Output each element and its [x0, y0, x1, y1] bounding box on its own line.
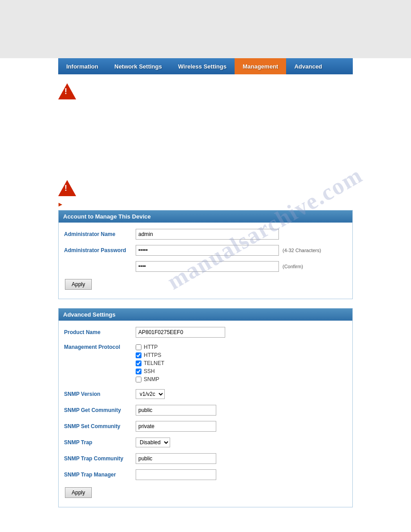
http-checkbox-row: HTTP — [136, 344, 164, 350]
http-label: HTTP — [144, 344, 158, 350]
navigation-bar: Information Network Settings Wireless Se… — [58, 58, 353, 74]
snmp-trap-manager-input[interactable] — [136, 469, 216, 480]
telnet-checkbox[interactable] — [136, 360, 141, 366]
snmp-trap-row: SNMP Trap Disabled Enabled — [64, 436, 347, 449]
snmp-trap-manager-row: SNMP Trap Manager — [64, 468, 347, 481]
warning-icon-2 — [58, 180, 76, 196]
http-checkbox[interactable] — [136, 344, 141, 350]
admin-name-input[interactable] — [136, 229, 279, 240]
snmp-trap-label: SNMP Trap — [64, 439, 136, 446]
https-label: HTTPS — [144, 352, 161, 358]
account-section: Account to Manage This Device Administra… — [58, 210, 353, 299]
password-hint: (4-32 Characters) — [283, 248, 321, 253]
nav-wireless-settings[interactable]: Wireless Settings — [170, 58, 235, 74]
account-section-body: Administrator Name Administrator Passwor… — [59, 223, 352, 299]
advanced-apply-button[interactable]: Apply — [65, 487, 92, 498]
product-name-row: Product Name — [64, 326, 347, 339]
snmp-version-label: SNMP Version — [64, 391, 136, 397]
snmp-set-community-input[interactable] — [136, 421, 216, 432]
ssh-checkbox[interactable] — [136, 369, 141, 374]
arrow-indicator: ► — [57, 201, 411, 208]
snmp-version-select[interactable]: v1/v2c v3 — [136, 389, 165, 399]
account-apply-button[interactable]: Apply — [65, 279, 92, 290]
product-name-input[interactable] — [136, 327, 225, 338]
https-checkbox-row: HTTPS — [136, 352, 164, 358]
ssh-label: SSH — [144, 368, 155, 374]
admin-name-label: Administrator Name — [64, 231, 136, 237]
warning-area-2 — [58, 180, 353, 196]
advanced-apply-row: Apply — [64, 485, 347, 498]
nav-network-settings[interactable]: Network Settings — [107, 58, 170, 74]
snmp-get-community-label: SNMP Get Community — [64, 407, 136, 413]
snmp-label: SNMP — [144, 376, 159, 382]
snmp-checkbox-row: SNMP — [136, 376, 164, 382]
snmp-version-row: SNMP Version v1/v2c v3 — [64, 388, 347, 400]
password-confirm-hint: (Confirm) — [283, 264, 303, 269]
warning-icon-1 — [58, 83, 76, 99]
snmp-trap-select[interactable]: Disabled Enabled — [136, 438, 170, 447]
telnet-label: TELNET — [144, 360, 164, 366]
warning-area-1 — [58, 83, 353, 99]
protocol-checkboxes: HTTP HTTPS TELNET SSH — [136, 344, 164, 384]
admin-name-row: Administrator Name — [64, 228, 347, 240]
ssh-checkbox-row: SSH — [136, 368, 164, 374]
admin-password-confirm-input[interactable] — [136, 261, 279, 272]
snmp-trap-community-input[interactable] — [136, 453, 216, 464]
admin-password-confirm-row: (Confirm) — [64, 260, 347, 273]
admin-password-label: Administrator Password — [64, 247, 136, 253]
snmp-trap-community-label: SNMP Trap Community — [64, 455, 136, 462]
snmp-trap-community-row: SNMP Trap Community — [64, 452, 347, 465]
admin-password-input[interactable] — [136, 245, 279, 256]
snmp-set-community-label: SNMP Set Community — [64, 423, 136, 429]
account-section-header: Account to Manage This Device — [59, 210, 352, 223]
telnet-checkbox-row: TELNET — [136, 360, 164, 366]
management-protocol-label: Management Protocol — [64, 344, 136, 350]
snmp-checkbox[interactable] — [136, 377, 141, 382]
snmp-set-community-row: SNMP Set Community — [64, 420, 347, 433]
nav-advanced[interactable]: Advanced — [286, 58, 330, 74]
advanced-section: Advanced Settings Product Name Managemen… — [58, 308, 353, 507]
snmp-get-community-row: SNMP Get Community — [64, 404, 347, 416]
snmp-trap-manager-label: SNMP Trap Manager — [64, 472, 136, 478]
account-apply-row: Apply — [64, 276, 347, 290]
snmp-get-community-input[interactable] — [136, 405, 216, 416]
nav-information[interactable]: Information — [58, 58, 107, 74]
https-checkbox[interactable] — [136, 352, 141, 358]
admin-password-row: Administrator Password (4-32 Characters) — [64, 244, 347, 257]
nav-management[interactable]: Management — [235, 58, 286, 74]
content-area: Account to Manage This Device Administra… — [58, 210, 353, 507]
advanced-section-header: Advanced Settings — [59, 309, 352, 321]
management-protocol-row: Management Protocol HTTP HTTPS TELNET — [64, 342, 347, 384]
product-name-label: Product Name — [64, 329, 136, 335]
advanced-section-body: Product Name Management Protocol HTTP HT… — [59, 321, 352, 507]
